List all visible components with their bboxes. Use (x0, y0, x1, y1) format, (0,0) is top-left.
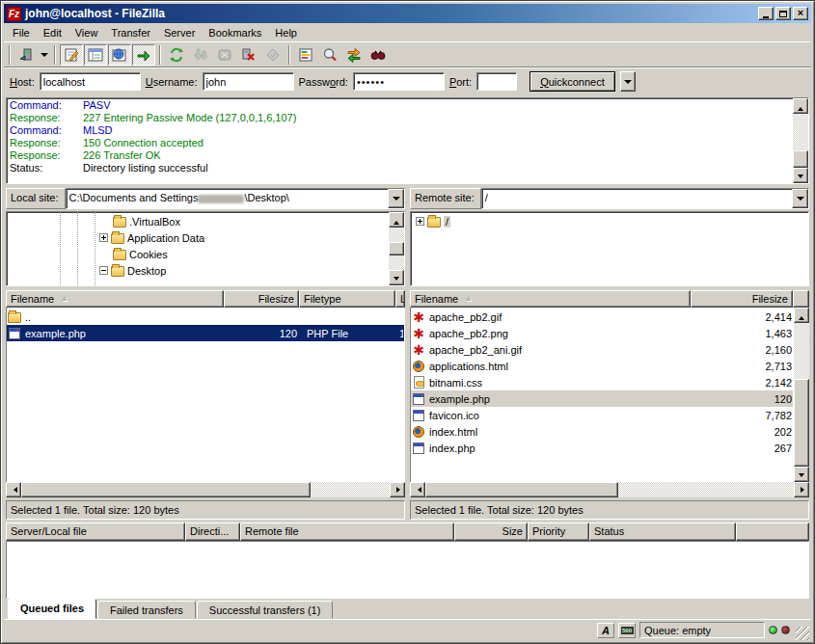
column-lastmodified[interactable]: L (395, 290, 405, 308)
find-files-icon[interactable] (367, 44, 390, 66)
column-filename[interactable]: Filename▲ (410, 290, 691, 308)
menu-server[interactable]: Server (157, 25, 202, 40)
file-row-selected[interactable]: example.php120 (411, 390, 793, 407)
reconnect-icon[interactable] (261, 44, 285, 66)
tree-item[interactable]: / (411, 213, 808, 229)
column-status[interactable]: Status (589, 523, 736, 541)
local-hscrollbar[interactable] (6, 482, 405, 497)
folder-icon (8, 312, 21, 323)
folder-icon (113, 217, 126, 228)
scroll-left-icon[interactable] (6, 482, 21, 497)
combo-dropdown-icon[interactable] (388, 189, 404, 208)
column-filetype[interactable]: Filetype (299, 290, 395, 308)
directory-filters-icon[interactable] (294, 44, 317, 66)
tab-queued-files[interactable]: Queued files (8, 599, 96, 619)
local-site-combo[interactable]: C:\Documents and Settings\Desktop\ (66, 188, 405, 209)
log-scrollbar[interactable] (793, 98, 808, 183)
file-row[interactable]: ✱apache_pb2.png1,463 (411, 325, 793, 341)
remote-site-path: / (482, 189, 792, 208)
password-input[interactable] (353, 72, 445, 91)
toggle-remote-tree-icon[interactable] (108, 44, 131, 66)
scroll-down-icon[interactable] (794, 467, 809, 482)
quickconnect-dropdown-icon[interactable] (620, 71, 636, 92)
tree-item[interactable]: Desktop (7, 262, 389, 279)
column-remote-file[interactable]: Remote file (240, 523, 454, 541)
file-row[interactable]: favicon.ico7,782 (411, 407, 793, 423)
collapse-icon[interactable] (99, 266, 108, 275)
log-label: Status: (10, 162, 83, 174)
cancel-icon[interactable] (213, 44, 236, 66)
column-direction[interactable]: Directi... (185, 523, 240, 541)
scroll-down-icon[interactable] (389, 270, 404, 285)
tab-failed-transfers[interactable]: Failed transfers (97, 601, 196, 619)
scroll-right-icon[interactable] (794, 482, 809, 497)
column-filesize[interactable]: Filesize (691, 290, 793, 308)
toggle-transfer-queue-icon[interactable] (132, 44, 155, 66)
css-file-icon (414, 376, 424, 389)
process-queue-icon[interactable] (189, 44, 212, 66)
username-input[interactable] (203, 72, 294, 91)
synchronized-browsing-icon[interactable] (342, 44, 366, 66)
column-filename[interactable]: Filename▲ (6, 290, 224, 308)
tree-item[interactable]: .VirtualBox (7, 213, 389, 229)
site-manager-dropdown-icon[interactable] (39, 44, 50, 66)
scroll-up-icon[interactable] (794, 308, 809, 323)
host-input[interactable] (40, 72, 141, 91)
scroll-up-icon[interactable] (793, 98, 808, 114)
scroll-thumb[interactable] (793, 150, 808, 168)
menu-bookmarks[interactable]: Bookmarks (202, 25, 268, 40)
scroll-up-icon[interactable] (389, 212, 404, 228)
tab-successful-transfers[interactable]: Successful transfers (1) (197, 601, 334, 619)
column-server-local-file[interactable]: Server/Local file (6, 523, 185, 541)
remote-hscrollbar[interactable] (410, 482, 809, 497)
file-row[interactable]: index.html202 (411, 423, 793, 440)
speed-limits-icon[interactable]: 500 (618, 623, 636, 638)
expand-icon[interactable] (416, 217, 424, 226)
combo-dropdown-icon[interactable] (792, 189, 808, 208)
file-row[interactable]: .. (7, 309, 404, 325)
menu-help[interactable]: Help (268, 25, 304, 40)
transfer-type-icon[interactable]: A (597, 623, 614, 638)
maximize-button[interactable] (775, 7, 791, 20)
remote-vscrollbar[interactable] (794, 308, 809, 482)
image-file-icon: ✱ (412, 310, 425, 324)
menu-transfer[interactable]: Transfer (104, 25, 157, 40)
transfer-queue-list[interactable] (6, 541, 809, 599)
file-row-selected[interactable]: example.php 120 PHP File 1 (7, 325, 404, 341)
scroll-thumb[interactable] (794, 379, 809, 467)
minimize-button[interactable] (758, 7, 774, 20)
port-input[interactable] (476, 72, 517, 91)
column-filesize[interactable]: Filesize (224, 290, 299, 308)
scroll-thumb[interactable] (389, 242, 404, 255)
scroll-thumb[interactable] (21, 482, 311, 497)
tree-item[interactable]: Application Data (7, 229, 389, 246)
file-row[interactable]: ✱apache_pb2_ani.gif2,160 (411, 341, 793, 358)
file-row[interactable]: applications.html2,713 (411, 358, 793, 374)
toggle-message-log-icon[interactable] (60, 44, 83, 66)
scroll-down-icon[interactable] (793, 168, 808, 183)
file-row[interactable]: ✱apache_pb2.gif2,414 (411, 309, 793, 325)
site-manager-icon[interactable] (14, 44, 38, 66)
file-row[interactable]: index.php267 (411, 440, 793, 456)
scroll-thumb[interactable] (425, 482, 618, 497)
folder-icon (111, 233, 124, 244)
file-row[interactable]: bitnami.css2,142 (411, 374, 793, 390)
menu-file[interactable]: File (6, 25, 37, 40)
refresh-icon[interactable] (165, 44, 188, 66)
local-tree-scrollbar[interactable] (389, 212, 404, 285)
column-priority[interactable]: Priority (528, 523, 589, 541)
resize-grip[interactable] (796, 627, 809, 640)
compare-directories-icon[interactable] (318, 44, 341, 66)
column-size[interactable]: Size (454, 523, 528, 541)
scroll-right-icon[interactable] (390, 482, 405, 497)
menu-view[interactable]: View (68, 25, 105, 40)
menu-edit[interactable]: Edit (37, 25, 68, 40)
disconnect-icon[interactable] (237, 44, 260, 66)
tree-item[interactable]: Cookies (7, 246, 389, 262)
toggle-local-tree-icon[interactable] (84, 44, 107, 66)
expand-icon[interactable] (99, 233, 108, 242)
quickconnect-button[interactable]: Quickconnect (530, 71, 615, 92)
close-button[interactable]: × (793, 7, 808, 20)
scroll-left-icon[interactable] (410, 482, 425, 497)
remote-site-combo[interactable]: / (481, 188, 809, 209)
